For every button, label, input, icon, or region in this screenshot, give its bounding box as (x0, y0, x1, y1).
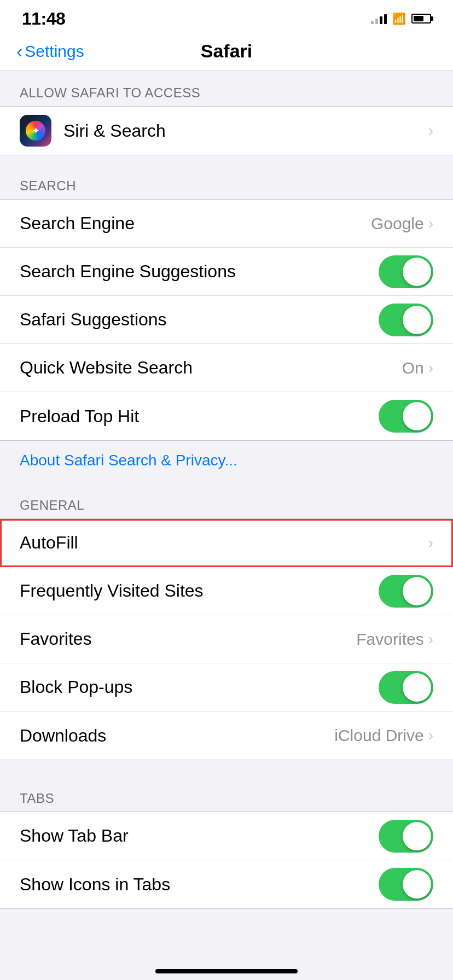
search-header: SEARCH (0, 164, 453, 199)
tabs-header: TABS (0, 777, 453, 812)
safari-suggestions-label: Safari Suggestions (20, 310, 167, 330)
allow-safari-section: ALLOW SAFARI TO ACCESS Siri & Search › (0, 71, 453, 155)
block-popups-toggle[interactable] (379, 671, 433, 704)
chevron-right-icon: › (428, 123, 433, 138)
show-icons-in-tabs-toggle[interactable] (379, 868, 433, 901)
general-header: GENERAL (0, 483, 453, 518)
search-engine-row[interactable]: Search Engine Google › (0, 200, 453, 248)
search-engine-value: Google (371, 214, 424, 233)
show-tab-bar-label: Show Tab Bar (20, 826, 129, 846)
battery-icon (411, 14, 431, 24)
signal-icon (371, 13, 387, 24)
status-bar: 11:48 📶 (0, 0, 453, 33)
page-title: Safari (201, 40, 253, 62)
show-tab-bar-row[interactable]: Show Tab Bar (0, 812, 453, 860)
back-chevron-icon: ‹ (16, 42, 22, 60)
general-section: GENERAL AutoFill › Frequently Visited Si… (0, 483, 453, 760)
favorites-label: Favorites (20, 629, 92, 649)
allow-safari-list: Siri & Search › (0, 106, 453, 155)
chevron-right-icon: › (428, 728, 433, 743)
show-icons-in-tabs-label: Show Icons in Tabs (20, 874, 170, 895)
siri-search-row[interactable]: Siri & Search › (0, 107, 453, 155)
status-time: 11:48 (22, 9, 65, 29)
safari-suggestions-row[interactable]: Safari Suggestions (0, 296, 453, 344)
frequently-visited-sites-label: Frequently Visited Sites (20, 581, 204, 601)
siri-search-label: Siri & Search (63, 121, 166, 141)
general-list: AutoFill › Frequently Visited Sites Favo… (0, 518, 453, 760)
chevron-right-icon: › (428, 360, 433, 376)
block-popups-label: Block Pop-ups (20, 677, 132, 697)
preload-top-hit-label: Preload Top Hit (20, 406, 139, 427)
search-engine-suggestions-row[interactable]: Search Engine Suggestions (0, 248, 453, 296)
safari-suggestions-toggle[interactable] (379, 304, 433, 336)
downloads-row[interactable]: Downloads iCloud Drive › (0, 711, 453, 760)
status-icons: 📶 (371, 12, 431, 25)
block-popups-row[interactable]: Block Pop-ups (0, 663, 453, 711)
chevron-right-icon: › (428, 632, 433, 647)
frequently-visited-sites-toggle[interactable] (379, 575, 433, 608)
nav-bar: ‹ Settings Safari (0, 33, 453, 71)
show-icons-in-tabs-row[interactable]: Show Icons in Tabs (0, 860, 453, 908)
wifi-icon: 📶 (392, 12, 406, 25)
quick-website-search-row[interactable]: Quick Website Search On › (0, 344, 453, 392)
back-button[interactable]: ‹ Settings (16, 42, 84, 61)
tabs-list: Show Tab Bar Show Icons in Tabs (0, 812, 453, 909)
favorites-row[interactable]: Favorites Favorites › (0, 615, 453, 663)
quick-website-search-label: Quick Website Search (20, 358, 193, 378)
preload-top-hit-row[interactable]: Preload Top Hit (0, 392, 453, 440)
home-indicator-area (0, 969, 453, 980)
chevron-right-icon: › (428, 535, 433, 551)
allow-safari-header: ALLOW SAFARI TO ACCESS (0, 71, 453, 106)
favorites-value: Favorites (356, 630, 423, 649)
chevron-right-icon: › (428, 216, 433, 231)
about-safari-search-link[interactable]: About Safari Search & Privacy... (20, 452, 237, 469)
home-indicator (155, 969, 298, 973)
about-link-row: About Safari Search & Privacy... (0, 441, 453, 483)
tabs-section: TABS Show Tab Bar Show Icons in Tabs (0, 777, 453, 909)
downloads-value: iCloud Drive (334, 726, 423, 745)
downloads-label: Downloads (20, 726, 106, 746)
search-section: SEARCH Search Engine Google › Search Eng… (0, 164, 453, 483)
search-list: Search Engine Google › Search Engine Sug… (0, 199, 453, 441)
search-engine-label: Search Engine (20, 213, 135, 234)
search-engine-suggestions-toggle[interactable] (379, 255, 433, 288)
autofill-row[interactable]: AutoFill › (0, 519, 453, 567)
show-tab-bar-toggle[interactable] (379, 820, 433, 853)
siri-icon (20, 115, 51, 147)
autofill-label: AutoFill (20, 533, 78, 553)
frequently-visited-sites-row[interactable]: Frequently Visited Sites (0, 567, 453, 615)
search-engine-suggestions-label: Search Engine Suggestions (20, 261, 236, 282)
quick-website-search-value: On (402, 359, 424, 377)
preload-top-hit-toggle[interactable] (379, 400, 433, 433)
